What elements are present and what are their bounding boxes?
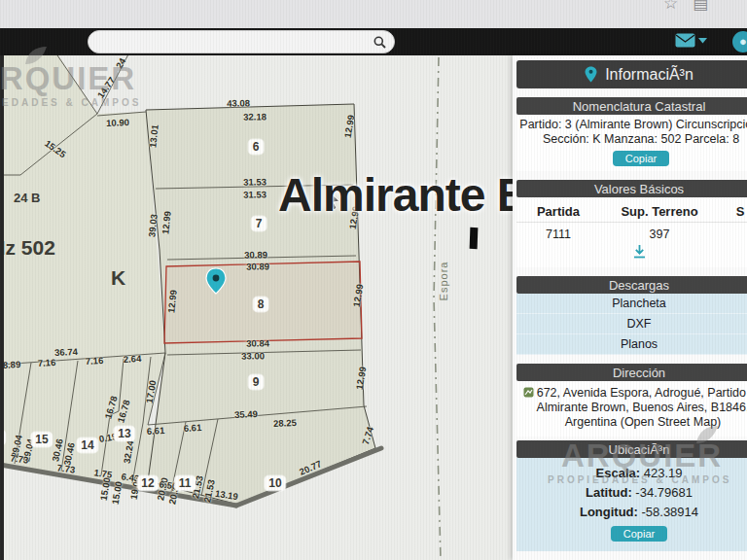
valores-column-header: Sup. Terreno bbox=[600, 204, 719, 219]
share-icon[interactable]: ▤ bbox=[693, 0, 708, 14]
street-name-label: Espora bbox=[438, 262, 449, 301]
parcel-number-badge: 7 bbox=[252, 217, 267, 231]
copy-ubicacion-button[interactable]: Copiar bbox=[611, 526, 667, 542]
measurement-label: 6.61 bbox=[183, 422, 201, 434]
measurement-label: 43.08 bbox=[227, 97, 250, 108]
measurement-label: 36.74 bbox=[54, 346, 78, 358]
valores-header: Valores Básicos bbox=[516, 180, 747, 197]
search-bar[interactable] bbox=[88, 30, 395, 53]
valores-table: PartidaSup. TerrenoS 7111397 bbox=[516, 197, 747, 267]
measurement-label: 7.73 bbox=[56, 462, 76, 474]
browser-chrome-strip: ☆ ▤ bbox=[0, 0, 747, 28]
search-icon[interactable] bbox=[374, 36, 386, 49]
chevron-down-icon bbox=[698, 38, 707, 44]
download-link-planos[interactable]: Planos bbox=[516, 334, 747, 355]
nomenclatura-line1: Partido: 3 (Almirante Brown) Circunscrip… bbox=[518, 118, 747, 132]
measurement-label: 35.49 bbox=[234, 408, 258, 420]
measurement-label: 2.64 bbox=[123, 353, 141, 365]
descargas-list: PlanchetaDXFPlanos bbox=[516, 294, 747, 355]
download-icon[interactable] bbox=[632, 245, 647, 259]
info-title: InformaciÃ³n bbox=[605, 66, 694, 84]
measurement-label: 7.16 bbox=[85, 355, 103, 367]
parcel-number-badge: 13 bbox=[114, 427, 134, 441]
info-header: InformaciÃ³n bbox=[516, 60, 747, 88]
nomenclatura-header: Nomenclatura Catastral bbox=[516, 97, 747, 115]
valores-values: 7111397 bbox=[516, 223, 747, 243]
nomenclatura-body: Partido: 3 (Almirante Brown) Circunscrip… bbox=[516, 115, 747, 171]
valores-cell: 7111 bbox=[516, 228, 600, 241]
ubicacion-row: Escala: 423.19 bbox=[516, 464, 747, 483]
section-letter-label: K bbox=[111, 266, 125, 290]
cadastral-map-canvas[interactable]: 2414.7710.9043.0832.1813.0115.2531.5331.… bbox=[0, 55, 514, 560]
measurement-label: 30.89 bbox=[244, 249, 267, 260]
star-icon[interactable]: ☆ bbox=[663, 0, 678, 14]
valores-cell: 397 bbox=[600, 228, 719, 241]
pin-icon bbox=[585, 66, 597, 83]
valores-columns: PartidaSup. TerrenoS bbox=[516, 201, 747, 223]
measurement-label: 6.61 bbox=[146, 425, 164, 437]
parcel-number-badge: 6 bbox=[249, 140, 264, 155]
measurement-label: 28.25 bbox=[273, 417, 297, 429]
measurement-label: 31.53 bbox=[243, 176, 267, 187]
ubicacion-body: Escala: 423.19Latitud: -34.79681Longitud… bbox=[516, 458, 747, 551]
text-cursor bbox=[470, 228, 479, 249]
valores-column-header: Partida bbox=[516, 204, 600, 219]
copy-nomenclatura-button[interactable]: Copiar bbox=[613, 151, 669, 166]
valores-cell bbox=[719, 228, 747, 241]
ubicacion-row: Longitud: -58.38914 bbox=[516, 503, 747, 522]
measurement-label: 30.84 bbox=[246, 337, 269, 348]
download-link-plancheta[interactable]: Plancheta bbox=[516, 294, 747, 314]
mail-button[interactable] bbox=[675, 33, 707, 48]
parcel-number-badge: 11 bbox=[175, 476, 196, 491]
parcel-number-badge: 10 bbox=[265, 476, 285, 491]
address-text: 672, Avenida Espora, Adrogué, Partido de… bbox=[537, 386, 747, 429]
measurement-label: 7.73 bbox=[10, 452, 29, 465]
parcel-number-badge: 12 bbox=[137, 476, 158, 491]
app-screen: ☆ ▤ ● bbox=[0, 0, 747, 560]
parcel-number-badge: 8 bbox=[254, 298, 268, 312]
address-source-icon bbox=[523, 387, 534, 398]
measurement-label: 8.89 bbox=[2, 359, 20, 370]
download-link-dxf[interactable]: DXF bbox=[516, 314, 747, 334]
neighbor-parcel-label: 24 B bbox=[14, 191, 40, 205]
measurement-label: 1.75 bbox=[93, 467, 113, 479]
envelope-icon bbox=[675, 33, 695, 48]
measurement-label: 32.18 bbox=[243, 111, 267, 122]
ubicacion-header: UbicaciÃ³n bbox=[516, 440, 747, 458]
measurement-label: 30.89 bbox=[246, 261, 269, 271]
measurement-label: 31.53 bbox=[243, 189, 267, 199]
screen-left-edge bbox=[0, 55, 4, 560]
ubicacion-row: Latitud: -34.79681 bbox=[516, 483, 747, 503]
user-avatar[interactable]: ● bbox=[732, 31, 747, 52]
block-label: Mz 502 bbox=[0, 236, 55, 260]
parcel-number-badge: 15 bbox=[31, 433, 52, 447]
measurement-label: 10.90 bbox=[106, 117, 129, 128]
locality-title: Almirante Brown bbox=[278, 168, 514, 222]
valores-column-header: S bbox=[719, 204, 747, 219]
measurement-label: 7.16 bbox=[37, 357, 55, 368]
ubicacion-rows: Escala: 423.19Latitud: -34.79681Longitud… bbox=[516, 464, 747, 522]
parcel-number-badge: 9 bbox=[249, 375, 264, 390]
measurement-label: 33.00 bbox=[241, 350, 265, 361]
direccion-body: 672, Avenida Espora, Adrogué, Partido de… bbox=[516, 381, 747, 437]
nomenclatura-line2: Sección: K Manzana: 502 Parcela: 8 bbox=[518, 132, 747, 147]
search-input[interactable] bbox=[89, 33, 374, 51]
descargas-header: Descargas bbox=[516, 276, 747, 294]
app-navbar: ● bbox=[0, 28, 747, 55]
info-sidebar: InformaciÃ³n Nomenclatura Catastral Part… bbox=[513, 55, 747, 560]
parcel-number-badge: 14 bbox=[77, 438, 97, 453]
direccion-header: Dirección bbox=[516, 364, 747, 381]
